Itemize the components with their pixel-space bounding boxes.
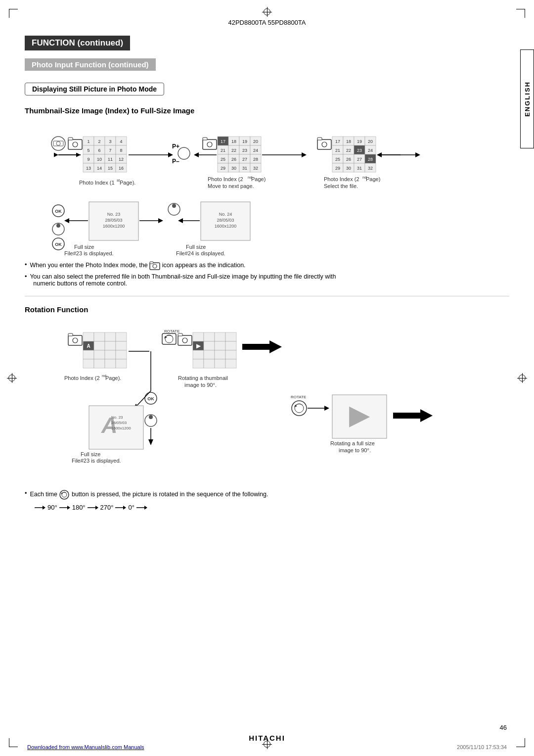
svg-rect-172 xyxy=(94,341,105,350)
svg-text:23: 23 xyxy=(242,148,247,153)
svg-text:26: 26 xyxy=(346,157,351,162)
svg-text:20: 20 xyxy=(253,139,258,144)
svg-text:Page).: Page). xyxy=(105,375,121,381)
svg-rect-202 xyxy=(225,350,236,359)
svg-text:7: 7 xyxy=(109,148,111,153)
svg-rect-197 xyxy=(215,341,225,350)
svg-rect-169 xyxy=(116,332,127,341)
corner-mark-tr xyxy=(516,9,525,18)
svg-text:Photo Index (1: Photo Index (1 xyxy=(79,180,115,186)
svg-text:P–: P– xyxy=(172,158,179,165)
svg-text:Photo Index (2: Photo Index (2 xyxy=(324,176,359,182)
svg-point-243 xyxy=(60,490,69,499)
svg-text:28/05/03: 28/05/03 xyxy=(105,218,122,223)
svg-rect-192 xyxy=(215,332,225,341)
svg-rect-4 xyxy=(68,138,73,140)
svg-text:26: 26 xyxy=(231,157,236,162)
svg-text:▶: ▶ xyxy=(349,399,370,430)
svg-rect-204 xyxy=(204,359,215,368)
footer-date: 2005/11/10 17:53:34 xyxy=(457,744,507,750)
svg-text:32: 32 xyxy=(253,166,258,171)
svg-rect-3 xyxy=(68,140,82,149)
svg-text:File#23 is displayed.: File#23 is displayed. xyxy=(72,458,121,464)
svg-rect-166 xyxy=(83,332,94,341)
svg-rect-239 xyxy=(393,413,420,419)
svg-marker-155 xyxy=(178,218,183,223)
footer-link[interactable]: Downloaded from www.Manualslib.com Manua… xyxy=(27,744,144,750)
svg-rect-181 xyxy=(105,359,116,368)
crosshair-top xyxy=(262,7,272,17)
svg-marker-255 xyxy=(144,506,147,510)
svg-text:25: 25 xyxy=(221,157,225,162)
svg-text:Page).: Page). xyxy=(120,180,135,186)
svg-text:image to 90°.: image to 90°. xyxy=(184,382,217,388)
svg-marker-133 xyxy=(415,152,420,157)
svg-rect-191 xyxy=(204,332,215,341)
corner-mark-tl xyxy=(9,9,18,18)
svg-text:19: 19 xyxy=(242,139,247,144)
svg-text:16: 16 xyxy=(119,166,124,171)
svg-text:30: 30 xyxy=(231,166,236,171)
svg-text:22: 22 xyxy=(346,148,351,153)
crosshair-left xyxy=(7,373,17,383)
svg-rect-91 xyxy=(317,140,331,149)
svg-text:ROTATE: ROTATE xyxy=(291,395,306,399)
svg-text:8: 8 xyxy=(120,148,122,153)
english-sidebar: ENGLISH xyxy=(520,49,534,148)
svg-text:31: 31 xyxy=(357,166,362,171)
svg-marker-223 xyxy=(148,439,153,445)
svg-text:21: 21 xyxy=(335,148,340,153)
svg-text:2: 2 xyxy=(98,139,100,144)
svg-text:File#24 is displayed.: File#24 is displayed. xyxy=(176,250,225,256)
svg-marker-240 xyxy=(420,409,433,422)
svg-text:Page): Page) xyxy=(366,176,380,182)
page-header: 42PD8800TA 55PD8800TA xyxy=(0,19,534,26)
main-content: FUNCTION (continued) Photo Input Functio… xyxy=(25,36,509,521)
svg-text:6: 6 xyxy=(98,148,100,153)
svg-text:1600x1200: 1600x1200 xyxy=(111,426,131,430)
svg-text:OK: OK xyxy=(147,396,154,401)
svg-text:28: 28 xyxy=(368,157,373,162)
svg-text:14: 14 xyxy=(97,166,102,171)
svg-rect-175 xyxy=(83,350,94,359)
svg-rect-178 xyxy=(116,350,127,359)
svg-text:File#23 is displayed.: File#23 is displayed. xyxy=(64,250,114,256)
diagram-svg-2: A ROTATE xyxy=(25,322,490,490)
svg-marker-147 xyxy=(158,218,163,223)
svg-text:17: 17 xyxy=(221,139,225,144)
svg-rect-187 xyxy=(178,335,192,345)
svg-text:No. 23: No. 23 xyxy=(111,415,123,420)
svg-text:4: 4 xyxy=(120,139,122,144)
svg-rect-207 xyxy=(242,344,269,350)
svg-rect-49 xyxy=(203,138,207,140)
svg-text:Photo Index (2: Photo Index (2 xyxy=(208,176,243,182)
rotation-sequence: 90° 180° 270° 0° xyxy=(35,504,509,511)
svg-rect-161 xyxy=(150,262,153,264)
svg-text:19: 19 xyxy=(357,139,362,144)
svg-rect-203 xyxy=(193,359,204,368)
svg-marker-249 xyxy=(67,506,70,510)
svg-point-217 xyxy=(149,415,153,419)
svg-text:25: 25 xyxy=(335,157,340,162)
svg-rect-168 xyxy=(105,332,116,341)
svg-marker-145 xyxy=(64,218,69,223)
svg-text:15: 15 xyxy=(108,166,113,171)
svg-marker-253 xyxy=(123,506,126,510)
thumbnail-full-diagram: 1 2 3 4 5 6 7 8 9 10 xyxy=(25,123,509,256)
model-numbers: 42PD8800TA 55PD8800TA xyxy=(228,19,306,26)
svg-marker-247 xyxy=(43,506,45,510)
svg-text:10: 10 xyxy=(97,157,102,162)
brand-footer: HITACHI xyxy=(0,734,534,742)
thumbnail-title: Thumbnail-Size Image (Index) to Full-Siz… xyxy=(25,106,509,115)
rotation-title: Rotation Function xyxy=(25,305,509,314)
svg-text:20: 20 xyxy=(368,139,373,144)
svg-rect-163 xyxy=(68,335,82,345)
rotation-diagram: A ROTATE xyxy=(25,322,509,490)
svg-text:29: 29 xyxy=(221,166,225,171)
svg-text:Full size: Full size xyxy=(74,244,94,250)
each-time-bullet: • Each time button is pressed, the pictu… xyxy=(25,490,509,500)
svg-text:27: 27 xyxy=(357,157,362,162)
svg-point-137 xyxy=(56,224,60,228)
svg-rect-188 xyxy=(178,333,182,336)
svg-point-46 xyxy=(178,147,190,159)
